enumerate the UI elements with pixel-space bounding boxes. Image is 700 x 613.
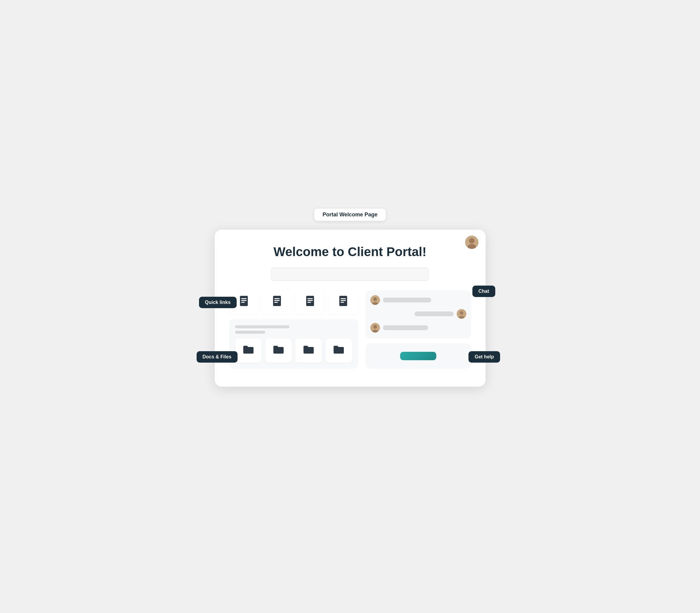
chat-messages [370, 295, 466, 332]
main-columns: Quick links [229, 290, 471, 369]
svg-rect-13 [307, 300, 313, 301]
left-column: Quick links [229, 290, 358, 369]
svg-rect-8 [274, 298, 280, 299]
svg-rect-18 [341, 302, 344, 303]
chat-bubble-3 [383, 325, 428, 330]
page-title-label: Portal Welcome Page [314, 209, 386, 221]
quick-link-3[interactable] [295, 290, 325, 314]
folder-tile-2[interactable] [265, 339, 292, 363]
document-icon-4 [339, 296, 348, 309]
document-icon-1 [239, 296, 249, 309]
chat-message-1 [370, 295, 466, 305]
svg-rect-9 [274, 300, 280, 301]
chat-label: Chat [479, 289, 489, 294]
chat-avatar-2 [457, 309, 466, 319]
svg-point-23 [460, 311, 463, 315]
document-icon-2 [272, 296, 281, 309]
folder-icon-1 [243, 345, 254, 356]
chat-bubble-2 [415, 312, 454, 316]
get-help-tooltip: Get help [469, 351, 500, 363]
svg-rect-5 [241, 300, 246, 301]
quick-links-tooltip: Quick links [199, 297, 237, 308]
svg-rect-17 [341, 300, 346, 301]
docs-text-lines [235, 325, 352, 334]
svg-rect-14 [307, 302, 311, 303]
text-line-2 [235, 331, 265, 334]
folder-icon-2 [273, 345, 284, 356]
welcome-title: Welcome to Client Portal! [229, 245, 471, 259]
outer-wrapper: Portal Welcome Page Welcome to Client Po… [215, 209, 486, 405]
portal-card: Welcome to Client Portal! Quick links [215, 230, 486, 387]
quick-links-label: Quick links [205, 300, 231, 305]
chat-avatar-3 [370, 323, 380, 332]
svg-rect-12 [307, 298, 313, 299]
folder-tile-1[interactable] [235, 339, 262, 363]
get-help-button[interactable] [400, 352, 436, 360]
chat-message-3 [370, 323, 466, 332]
get-help-section: Get help [366, 343, 471, 369]
chat-tooltip: Chat [472, 286, 495, 297]
svg-rect-6 [241, 302, 245, 303]
quick-links-grid [229, 290, 358, 314]
get-help-label: Get help [474, 354, 494, 359]
folder-tile-4[interactable] [326, 339, 352, 363]
quick-links-section: Quick links [229, 290, 358, 314]
svg-point-26 [373, 325, 377, 329]
right-column: Chat [366, 290, 471, 369]
document-icon-3 [306, 296, 315, 309]
page-label-text: Portal Welcome Page [322, 211, 378, 218]
chat-avatar-1 [370, 295, 380, 305]
chat-bubble-1 [383, 298, 431, 302]
svg-point-20 [373, 297, 377, 301]
avatar-face [465, 236, 479, 249]
docs-files-section: Docs & Files [229, 319, 358, 369]
folder-icon-3 [304, 345, 314, 356]
quick-link-4[interactable] [329, 290, 358, 314]
svg-point-1 [469, 238, 474, 244]
folder-grid [235, 339, 352, 363]
chat-message-2 [370, 309, 466, 319]
quick-link-2[interactable] [262, 290, 292, 314]
chat-section: Chat [366, 290, 471, 339]
avatar[interactable] [465, 236, 479, 249]
folder-icon-4 [334, 345, 344, 356]
folder-tile-3[interactable] [295, 339, 322, 363]
text-line-1 [235, 325, 289, 328]
docs-tooltip: Docs & Files [196, 351, 238, 363]
svg-rect-16 [341, 298, 346, 299]
svg-rect-4 [241, 298, 246, 299]
docs-label: Docs & Files [203, 354, 231, 359]
svg-rect-10 [274, 302, 278, 303]
search-bar[interactable] [271, 268, 429, 281]
